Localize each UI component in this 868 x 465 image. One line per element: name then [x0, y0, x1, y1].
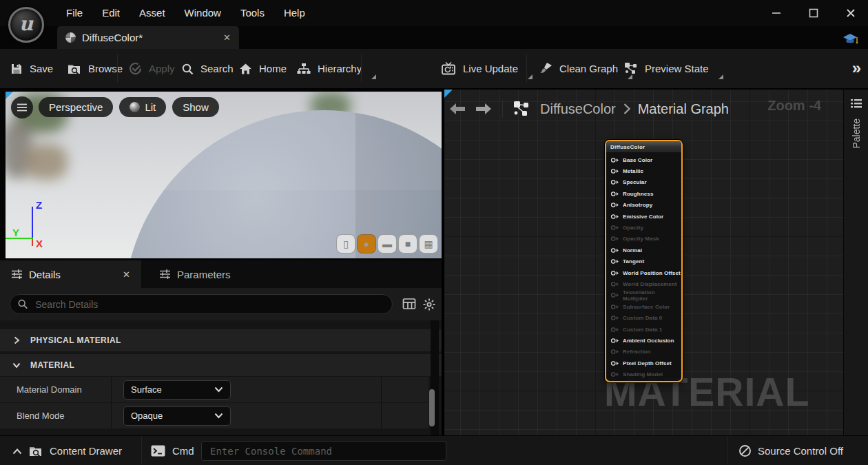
close-icon[interactable] [845, 7, 857, 19]
cmd-button[interactable]: Cmd [150, 436, 194, 465]
material-graph-pane[interactable]: MATERIAL DiffuseColor Material Graph Zoo… [444, 90, 868, 435]
node-input-pin[interactable]: Pixel Depth Offset [610, 358, 681, 369]
save-button[interactable]: Save [10, 49, 53, 88]
node-input-pin[interactable]: Roughness [610, 188, 681, 199]
preview-viewport[interactable]: Perspective Lit Show Z Y X ▯●▬■▦ [0, 90, 442, 260]
menu-item[interactable]: Asset [130, 0, 175, 26]
content-drawer-button[interactable]: Content Drawer [12, 436, 122, 465]
node-input-pin[interactable]: Shading Model [610, 369, 681, 380]
node-input-pin[interactable]: Custom Data 0 [610, 312, 681, 323]
tutorial-graduation-cap-icon[interactable] [842, 32, 858, 47]
home-label: Home [259, 63, 287, 74]
pin-circle-icon [610, 304, 619, 310]
details-search-box[interactable] [10, 294, 393, 314]
lit-mode-button[interactable]: Lit [119, 97, 166, 117]
show-button[interactable]: Show [172, 97, 219, 117]
dropdown-corner-icon [371, 74, 376, 79]
dropdown-value: Surface [131, 384, 162, 395]
node-input-pin[interactable]: Custom Data 1 [610, 324, 681, 335]
perspective-label: Perspective [49, 101, 103, 113]
perspective-button[interactable]: Perspective [39, 97, 113, 117]
tab-details[interactable]: Details ✕ [0, 260, 141, 288]
node-input-pin[interactable]: Tangent [610, 256, 681, 267]
settings-gear-icon[interactable] [422, 298, 436, 311]
home-button[interactable]: Home [238, 49, 287, 88]
menu-item[interactable]: Help [274, 0, 315, 26]
details-search-input[interactable] [34, 298, 385, 311]
property-dropdown[interactable]: Opaque [123, 406, 231, 426]
palette-list-icon[interactable] [850, 98, 862, 109]
forward-arrow-icon[interactable] [471, 103, 497, 115]
preview-shape-button[interactable]: ▬ [378, 234, 397, 254]
console-command-input[interactable] [209, 445, 439, 457]
preview-shape-button[interactable]: ▯ [336, 234, 355, 254]
toolbar-overflow-chevrons-icon[interactable]: » [852, 59, 861, 78]
browse-button[interactable]: Browse [67, 49, 123, 88]
preview-state-button[interactable]: Preview State [623, 49, 723, 88]
graph-header: DiffuseColor Material Graph [444, 96, 729, 121]
display-filter-icon[interactable] [402, 298, 416, 310]
search-button[interactable]: Search [180, 49, 234, 88]
preview-shape-button[interactable]: ● [357, 234, 376, 254]
viewport-menu-button[interactable] [11, 96, 33, 118]
parameters-tab-label: Parameters [177, 269, 231, 280]
pin-label: Subsurface Color [623, 304, 670, 310]
menu-item[interactable]: Window [175, 0, 231, 26]
node-input-pin[interactable]: Tessellation Multiplier [610, 290, 681, 301]
dropdown-corner-icon [719, 74, 723, 79]
node-input-pin[interactable]: Subsurface Color [610, 301, 681, 312]
maximize-icon[interactable] [807, 7, 820, 19]
preview-shape-button[interactable]: ■ [398, 234, 417, 254]
preview-shape-button[interactable]: ▦ [419, 234, 438, 254]
titlebar: u FileEditAssetWindowToolsHelp [0, 0, 868, 26]
section-title: MATERIAL [30, 360, 74, 370]
node-input-pin[interactable]: Refraction [610, 347, 681, 358]
scrollbar-thumb[interactable] [429, 389, 435, 426]
section-physical-material[interactable]: PHYSICAL MATERIAL [0, 329, 442, 351]
breadcrumb-asset[interactable]: DiffuseColor [540, 101, 616, 117]
back-arrow-icon[interactable] [444, 103, 471, 115]
property-dropdown[interactable]: Surface [123, 380, 231, 400]
pin-label: Custom Data 1 [623, 327, 662, 333]
material-output-node[interactable]: DiffuseColor Base Color Metallic Specula… [605, 140, 683, 382]
details-scrollbar[interactable] [431, 320, 439, 435]
search-label: Search [200, 63, 234, 74]
console-command-box[interactable] [201, 441, 446, 461]
preview-state-label: Preview State [645, 63, 709, 74]
breadcrumb-graph[interactable]: Material Graph [638, 101, 729, 117]
tab-parameters[interactable]: Parameters [148, 260, 242, 288]
pin-circle-icon [610, 225, 619, 231]
palette-side-tab[interactable]: Palette [843, 90, 868, 435]
tab-close-icon[interactable]: ✕ [223, 32, 231, 43]
minimize-icon[interactable] [770, 7, 783, 19]
viewport-render: Perspective Lit Show Z Y X ▯●▬■▦ [6, 92, 442, 258]
source-control-label: Source Control Off [758, 445, 843, 457]
source-control-button[interactable]: Source Control Off [738, 436, 843, 465]
apply-button[interactable]: Apply [128, 49, 175, 88]
menu-item[interactable]: Tools [231, 0, 274, 26]
node-input-pin[interactable]: World Position Offset [610, 267, 681, 278]
node-input-pin[interactable]: Opacity [610, 222, 681, 233]
live-update-button[interactable]: Live Update [441, 49, 533, 88]
shape-icon: ● [364, 239, 369, 249]
menu-item[interactable]: Edit [92, 0, 130, 26]
node-header[interactable]: DiffuseColor [606, 141, 681, 152]
pin-label: World Position Offset [623, 270, 681, 276]
node-input-pin[interactable]: Metallic [610, 165, 681, 176]
node-input-pin[interactable]: Specular [610, 177, 681, 188]
node-input-pin[interactable]: Emissive Color [610, 211, 681, 222]
section-material[interactable]: MATERIAL [0, 354, 442, 376]
node-input-pin[interactable]: Opacity Mask [610, 234, 681, 245]
node-input-pin[interactable]: Anisotropy [610, 200, 681, 211]
details-tab-close-icon[interactable]: ✕ [123, 269, 130, 280]
breadcrumb-chevron-icon [623, 103, 631, 115]
node-input-pin[interactable]: Base Color [610, 154, 681, 165]
tab-diffusecolor[interactable]: DiffuseColor* ✕ [57, 26, 239, 49]
clean-graph-button[interactable]: Clean Graph [539, 49, 632, 88]
node-input-pin[interactable]: World Displacement [610, 278, 681, 289]
save-label: Save [30, 63, 53, 74]
node-input-pin[interactable]: Ambient Occlusion [610, 335, 681, 346]
hierarchy-button[interactable]: Hierarchy [296, 49, 376, 88]
node-input-pin[interactable]: Normal [610, 245, 681, 256]
menu-item[interactable]: File [56, 0, 92, 26]
